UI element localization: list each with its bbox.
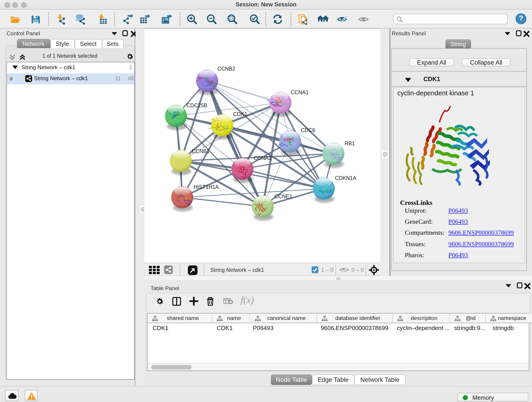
svg-text:CCNB1: CCNB1 — [192, 148, 210, 154]
svg-text:HIST1H1A: HIST1H1A — [194, 184, 219, 190]
svg-text:CCNE1: CCNE1 — [274, 193, 292, 199]
svg-text:CCNA1: CCNA1 — [291, 89, 309, 95]
svg-text:CCNB2: CCNB2 — [217, 66, 235, 72]
svg-text:CDK1: CDK1 — [233, 111, 247, 117]
svg-text:CDKN1A: CDKN1A — [335, 175, 356, 181]
svg-text:RB1: RB1 — [345, 140, 355, 147]
svg-text:CCNA2: CCNA2 — [254, 155, 272, 161]
svg-text:CDC25B: CDC25B — [186, 102, 207, 108]
svg-text:CDC6: CDC6 — [301, 127, 315, 133]
